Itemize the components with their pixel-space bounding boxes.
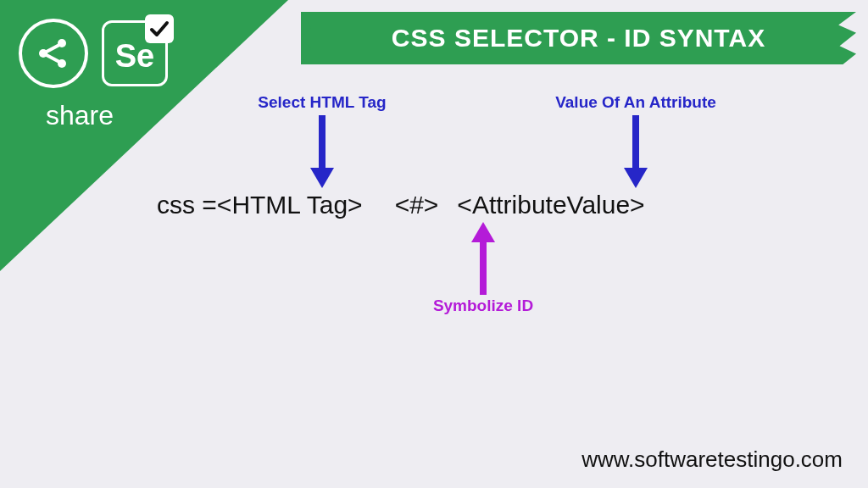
- page-title: CSS SELECTOR - ID SYNTAX: [392, 24, 765, 53]
- arrow-down-icon: [305, 112, 339, 190]
- syntax-html-tag: <HTML Tag>: [217, 191, 363, 219]
- annotation-symbolize-id: Symbolize ID: [407, 297, 559, 315]
- syntax-prefix: css =: [157, 191, 217, 219]
- corner-content: Se share: [0, 0, 220, 131]
- footer-url: www.softwaretestingo.com: [581, 446, 843, 473]
- svg-marker-10: [471, 222, 495, 242]
- share-icon: [19, 19, 88, 88]
- syntax-expression: css = <HTML Tag><#><AttributeValue>: [157, 191, 835, 219]
- syntax-hash: <#>: [395, 191, 439, 219]
- arrow-down-icon: [619, 112, 653, 190]
- svg-marker-6: [310, 168, 334, 188]
- arrow-up-icon: [466, 222, 500, 297]
- svg-line-4: [45, 54, 59, 62]
- annotation-select-tag: Select HTML Tag: [237, 93, 407, 112]
- title-ribbon: CSS SELECTOR - ID SYNTAX: [301, 12, 856, 64]
- annotation-value-attr: Value Of An Attribute: [526, 93, 746, 112]
- checkmark-icon: [145, 14, 174, 43]
- syntax-attribute-value: <AttributeValue>: [457, 191, 644, 219]
- selenium-icon: Se: [102, 20, 168, 86]
- svg-line-3: [45, 45, 59, 53]
- svg-marker-8: [624, 168, 648, 188]
- share-label: share: [46, 100, 220, 131]
